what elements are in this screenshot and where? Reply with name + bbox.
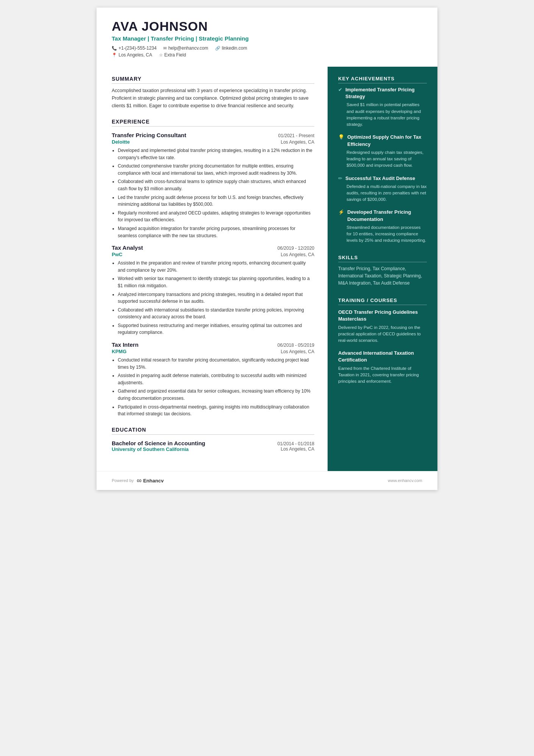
list-item: Conducted initial research for transfer … <box>118 357 314 371</box>
achievement-4-header: ⚡ Developed Transfer Pricing Documentati… <box>338 209 427 222</box>
job-1-dates: 01/2021 - Present <box>278 133 314 138</box>
achievement-2: 💡 Optimized Supply Chain for Tax Efficie… <box>338 134 427 169</box>
edu-1-school: University of Southern California <box>112 446 189 452</box>
list-item: Participated in cross-departmental meeti… <box>118 404 314 418</box>
location-contact: 📍 Los Angeles, CA <box>112 52 152 58</box>
powered-by-text: Powered by <box>112 478 134 483</box>
logo-icon: ∞ <box>137 477 142 485</box>
linkedin-contact: 🔗 linkedin.com <box>215 45 247 51</box>
job-3-dates: 06/2018 - 05/2019 <box>278 343 314 348</box>
location-text: Los Angeles, CA <box>119 52 152 58</box>
job-2-company: PwC <box>112 252 122 257</box>
list-item: Developed and implemented global transfe… <box>118 147 314 161</box>
training-1-name: OECD Transfer Pricing Guidelines Masterc… <box>338 309 427 322</box>
job-1-company: Deloitte <box>112 139 130 145</box>
contact-info-2: 📍 Los Angeles, CA ☆ Extra Field <box>112 52 422 58</box>
summary-title: SUMMARY <box>112 76 314 84</box>
list-item: Assisted in preparing audit defense mate… <box>118 372 314 386</box>
pencil-icon: ✏ <box>338 175 342 181</box>
email-text: help@enhancv.com <box>168 45 208 51</box>
achievement-4-title: Developed Transfer Pricing Documentation <box>347 209 427 222</box>
achievement-2-desc: Redesigned supply chain tax strategies, … <box>347 149 427 169</box>
list-item: Led the transfer pricing audit defense p… <box>118 194 314 208</box>
job-1-location: Los Angeles, CA <box>281 139 314 145</box>
bulb-icon: 💡 <box>338 134 344 140</box>
achievements-title: KEY ACHIEVEMENTS <box>338 76 427 83</box>
list-item: Analyzed intercompany transactions and p… <box>118 291 314 305</box>
training-2: Advanced International Taxation Certific… <box>338 350 427 385</box>
skills-text: Transfer Pricing, Tax Compliance, Intern… <box>338 265 427 287</box>
achievement-3: ✏ Successful Tax Audit Defense Defended … <box>338 175 427 203</box>
location-icon: 📍 <box>112 53 117 58</box>
training-title: TRAINING / COURSES <box>338 297 427 305</box>
checkmark-icon: ✔ <box>338 87 342 92</box>
job-2-bullets: Assisted in the preparation and review o… <box>112 260 314 336</box>
left-content: SUMMARY Accomplished taxation profession… <box>112 76 314 475</box>
training-1: OECD Transfer Pricing Guidelines Masterc… <box>338 309 427 344</box>
candidate-title: Tax Manager | Transfer Pricing | Strateg… <box>112 35 422 42</box>
achievement-3-header: ✏ Successful Tax Audit Defense <box>338 175 427 182</box>
education-title: EDUCATION <box>112 427 314 435</box>
candidate-name: AVA JOHNSON <box>112 19 422 34</box>
email-icon: ✉ <box>163 46 167 51</box>
job-2-dates: 06/2019 - 12/2020 <box>278 246 314 251</box>
job-3-header: Tax Intern 06/2018 - 05/2019 <box>112 341 314 348</box>
extra-contact: ☆ Extra Field <box>159 52 186 58</box>
left-column: SUMMARY Accomplished taxation profession… <box>97 8 328 490</box>
list-item: Conducted comprehensive transfer pricing… <box>118 163 314 177</box>
lightning-icon: ⚡ <box>338 209 344 215</box>
achievement-3-desc: Defended a multi-national company in tax… <box>347 183 427 203</box>
achievement-3-title: Successful Tax Audit Defense <box>345 175 415 182</box>
resume-header: AVA JOHNSON Tax Manager | Transfer Prici… <box>97 8 437 67</box>
training-2-name: Advanced International Taxation Certific… <box>338 350 427 363</box>
footer-url: www.enhancv.com <box>388 478 422 483</box>
list-item: Collaborated with international subsidia… <box>118 307 314 321</box>
footer-left: Powered by ∞ Enhancv <box>112 477 164 485</box>
skills-title: SKILLS <box>338 255 427 262</box>
list-item: Assisted in the preparation and review o… <box>118 260 314 274</box>
edu-1-location: Los Angeles, CA <box>281 446 314 452</box>
job-1-sub: Deloitte Los Angeles, CA <box>112 139 314 145</box>
training-2-desc: Earned from the Chartered Institute of T… <box>338 365 427 385</box>
job-2-sub: PwC Los Angeles, CA <box>112 252 314 257</box>
job-2-location: Los Angeles, CA <box>281 252 314 257</box>
list-item: Supported business restructuring and mer… <box>118 322 314 336</box>
phone-contact: 📞 +1-(234)-555-1234 <box>112 45 156 51</box>
achievement-1-title: Implemented Transfer Pricing Strategy <box>345 86 427 100</box>
list-item: Gathered and organized essential data fo… <box>118 388 314 402</box>
star-icon: ☆ <box>159 53 163 58</box>
phone-icon: 📞 <box>112 46 117 51</box>
list-item: Managed acquisition integration for tran… <box>118 225 314 239</box>
resume-page: AVA JOHNSON Tax Manager | Transfer Prici… <box>97 8 437 490</box>
right-column: KEY ACHIEVEMENTS ✔ Implemented Transfer … <box>328 8 437 490</box>
achievement-1-desc: Saved $1 million in potential penalties … <box>347 102 427 128</box>
linkedin-icon: 🔗 <box>215 46 220 51</box>
contact-info: 📞 +1-(234)-555-1234 ✉ help@enhancv.com 🔗… <box>112 45 422 51</box>
email-contact: ✉ help@enhancv.com <box>163 45 208 51</box>
achievement-4-desc: Streamlined documentation processes for … <box>347 224 427 244</box>
job-2-title: Tax Analyst <box>112 244 143 251</box>
page-footer: Powered by ∞ Enhancv www.enhancv.com <box>97 471 437 490</box>
achievement-1: ✔ Implemented Transfer Pricing Strategy … <box>338 86 427 128</box>
enhancv-logo: ∞ Enhancv <box>137 477 164 485</box>
job-3-title: Tax Intern <box>112 341 139 348</box>
list-item: Worked with senior tax management to ide… <box>118 275 314 289</box>
achievement-2-title: Optimized Supply Chain for Tax Efficienc… <box>347 134 427 147</box>
job-2-header: Tax Analyst 06/2019 - 12/2020 <box>112 244 314 251</box>
job-3-company: KPMG <box>112 349 126 354</box>
edu-1-sub: University of Southern California Los An… <box>112 446 314 452</box>
achievement-1-header: ✔ Implemented Transfer Pricing Strategy <box>338 86 427 100</box>
edu-1-degree: Bachelor of Science in Accounting <box>112 440 205 446</box>
phone-text: +1-(234)-555-1234 <box>119 45 156 51</box>
achievement-2-header: 💡 Optimized Supply Chain for Tax Efficie… <box>338 134 427 147</box>
list-item: Regularly monitored and analyzed OECD up… <box>118 210 314 224</box>
job-1-bullets: Developed and implemented global transfe… <box>112 147 314 239</box>
summary-text: Accomplished taxation professional with … <box>112 87 314 110</box>
job-1-title: Transfer Pricing Consultant <box>112 132 186 138</box>
training-1-desc: Delivered by PwC in 2022, focusing on th… <box>338 324 427 344</box>
list-item: Collaborated with cross-functional teams… <box>118 178 314 192</box>
extra-text: Extra Field <box>164 52 186 58</box>
edu-1-header: Bachelor of Science in Accounting 01/201… <box>112 440 314 446</box>
achievement-4: ⚡ Developed Transfer Pricing Documentati… <box>338 209 427 244</box>
job-1-header: Transfer Pricing Consultant 01/2021 - Pr… <box>112 132 314 138</box>
